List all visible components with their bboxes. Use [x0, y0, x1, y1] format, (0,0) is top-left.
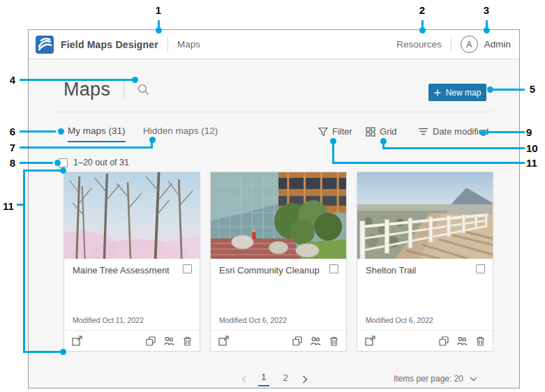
callout-label-6: 6 — [7, 126, 18, 137]
search-icon[interactable] — [137, 84, 149, 96]
items-per-page-select[interactable]: Items per page: 20 — [394, 374, 477, 384]
funnel-icon — [318, 127, 328, 137]
callout-line-8 — [20, 162, 53, 164]
map-card[interactable]: Shelton Trail Modified Oct 6, 2022 — [357, 172, 493, 352]
map-thumbnail-trail[interactable] — [357, 172, 493, 259]
callout-label-1: 1 — [154, 4, 163, 16]
share-group-icon[interactable] — [164, 336, 174, 346]
share-group-icon[interactable] — [311, 336, 321, 346]
callout-dot-11-left-top — [60, 167, 66, 174]
duplicate-icon[interactable] — [292, 336, 302, 346]
map-card-footer — [357, 330, 493, 351]
sort-icon — [418, 127, 428, 136]
map-card-footer — [64, 330, 200, 351]
user-menu[interactable]: Admin — [484, 39, 511, 50]
map-card-checkbox[interactable] — [476, 264, 485, 273]
grid-view-button[interactable]: Grid — [366, 126, 397, 137]
callout-line-6 — [20, 130, 56, 133]
map-card-body: Shelton Trail Modified Oct 6, 2022 — [357, 259, 493, 330]
delete-icon[interactable] — [183, 336, 192, 346]
map-thumbnail-campus[interactable] — [211, 172, 346, 259]
sort-button[interactable]: Date modified — [418, 126, 488, 137]
page-1-button[interactable]: 1 — [258, 372, 269, 386]
avatar-initial: A — [466, 40, 472, 50]
map-card-title: Esri Community Cleanup — [219, 265, 324, 276]
map-card[interactable]: Esri Community Cleanup Modified Oct 6, 2… — [210, 172, 347, 352]
callout-label-9: 9 — [526, 126, 543, 138]
map-card-checkbox[interactable] — [329, 264, 338, 273]
page-title: Maps — [64, 79, 110, 100]
callout-dot-9 — [480, 130, 486, 136]
map-thumbnail-trees[interactable] — [64, 172, 200, 259]
filter-button[interactable]: Filter — [318, 126, 352, 137]
filter-label: Filter — [332, 126, 352, 137]
open-map-icon[interactable] — [72, 336, 82, 346]
new-map-button[interactable]: New map — [428, 84, 486, 101]
map-card-modified: Modified Oct 6, 2022 — [219, 316, 287, 324]
map-card-body: Maine Tree Assessment Modified Oct 11, 2… — [64, 259, 200, 330]
map-card[interactable]: Maine Tree Assessment Modified Oct 11, 2… — [64, 172, 200, 352]
callout-label-3: 3 — [481, 4, 491, 16]
page-2-button[interactable]: 2 — [281, 372, 291, 386]
header-divider — [451, 38, 451, 52]
avatar[interactable]: A — [461, 36, 478, 53]
previous-page-icon[interactable] — [241, 375, 247, 384]
callout-line-11 — [332, 162, 525, 164]
callout-dot-11 — [330, 138, 336, 144]
open-map-icon[interactable] — [365, 336, 375, 346]
next-page-icon[interactable] — [302, 375, 308, 384]
callout-dot-4 — [132, 77, 138, 83]
grid-icon — [366, 127, 375, 137]
delete-icon[interactable] — [329, 336, 338, 346]
callout-label-8: 8 — [7, 157, 18, 169]
callout-dot-6 — [58, 128, 64, 135]
share-group-icon[interactable] — [457, 336, 468, 346]
field-maps-designer-window: Field Maps Designer Maps Resources A Adm… — [28, 29, 520, 389]
delete-icon[interactable] — [476, 336, 485, 346]
callout-label-4: 4 — [7, 74, 18, 86]
callout-line-10 — [382, 147, 525, 149]
app-title: Field Maps Designer — [61, 39, 158, 50]
callout-dot-7 — [149, 137, 156, 143]
selection-bar: 1–20 out of 31 — [59, 158, 129, 167]
callout-label-11: 11 — [526, 157, 543, 169]
grid-view-label: Grid — [380, 126, 397, 137]
selection-count-label: 1–20 out of 31 — [73, 158, 129, 167]
callout-dot-10 — [380, 138, 387, 144]
map-card-checkbox[interactable] — [183, 264, 192, 273]
map-card-title: Maine Tree Assessment — [73, 265, 177, 276]
callout-dot-5 — [487, 86, 493, 93]
plus-icon — [434, 89, 441, 96]
map-card-modified: Modified Oct 11, 2022 — [73, 316, 144, 324]
open-map-icon[interactable] — [218, 336, 229, 346]
annotated-screenshot: Field Maps Designer Maps Resources A Adm… — [0, 0, 545, 392]
callout-label-7: 7 — [7, 142, 18, 153]
callout-line-11-left — [23, 169, 25, 353]
callout-dot-11-left-bottom — [60, 349, 66, 355]
callout-line-7 — [20, 146, 152, 149]
chevron-down-icon — [470, 377, 477, 382]
toolbar-divider — [55, 112, 494, 112]
callout-line-9 — [486, 131, 525, 133]
items-per-page-label: Items per page: 20 — [394, 374, 463, 384]
resources-link[interactable]: Resources — [396, 39, 442, 50]
callout-dot-1 — [156, 27, 162, 33]
callout-dot-3 — [484, 27, 490, 33]
nav-maps[interactable]: Maps — [177, 39, 200, 50]
map-card-modified: Modified Oct 6, 2022 — [366, 316, 433, 324]
callout-dot-8 — [54, 160, 61, 166]
map-card-footer — [211, 330, 346, 351]
duplicate-icon[interactable] — [146, 336, 156, 346]
callout-dot-2 — [419, 27, 426, 33]
tab-my-maps[interactable]: My maps (31) — [68, 126, 126, 142]
callout-label-10: 10 — [526, 142, 543, 154]
app-header: Field Maps Designer Maps Resources A Adm… — [29, 30, 519, 59]
callout-line-11-left — [23, 351, 61, 353]
callout-line-11 — [332, 142, 334, 164]
title-divider — [124, 80, 124, 98]
map-card-title: Shelton Trail — [366, 265, 470, 276]
callout-label-2: 2 — [417, 4, 427, 16]
callout-label-5: 5 — [527, 83, 538, 95]
duplicate-icon[interactable] — [439, 336, 449, 346]
callout-line-4 — [20, 79, 133, 81]
